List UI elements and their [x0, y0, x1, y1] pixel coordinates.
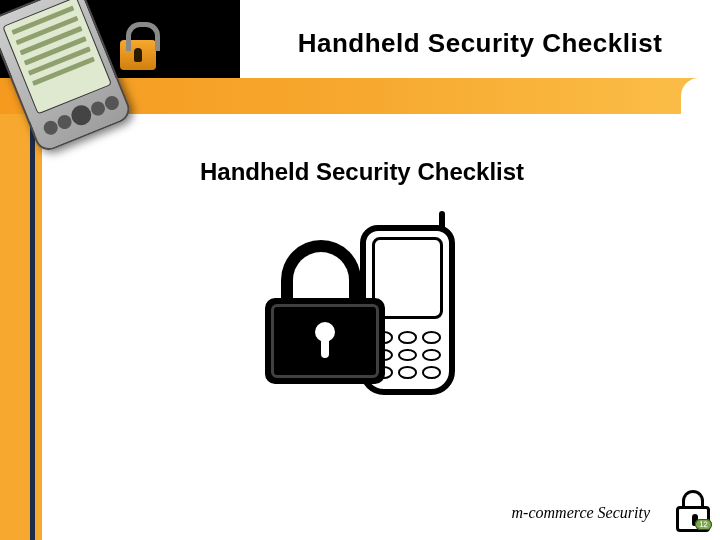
- slide-subtitle: Handheld Security Checklist: [200, 158, 524, 186]
- slide-number-badge: 12: [695, 519, 712, 531]
- pda-device-icon: [0, 0, 134, 154]
- corner-lock-icon: [120, 40, 156, 70]
- footer-lock-icon: 12: [676, 490, 710, 532]
- center-illustration: [265, 220, 465, 410]
- padlock-icon: [265, 240, 395, 390]
- lock-icon: [120, 40, 156, 70]
- page-title: Handheld Security Checklist: [260, 28, 700, 59]
- footer-caption: m-commerce Security: [512, 504, 650, 522]
- left-accent-strip: [0, 114, 42, 540]
